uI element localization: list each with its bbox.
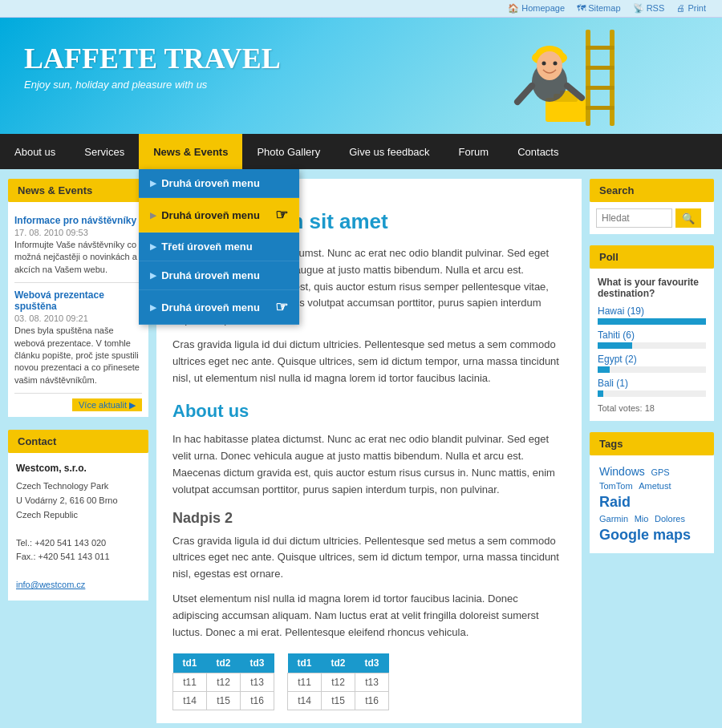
nav-photo-gallery[interactable]: Photo Gallery: [242, 134, 335, 169]
worker-svg: [473, 22, 650, 134]
contact-address2: U Vodárny 2, 616 00 Brno: [16, 495, 118, 505]
dropdown-item-4[interactable]: ▶ Druhá úroveň menu: [139, 261, 299, 290]
poll-item-4: Bali (1): [598, 378, 706, 397]
arrow-icon-5: ▶: [150, 303, 156, 312]
search-box-container: Search 🔍: [590, 179, 714, 234]
site-header: Laffete Travel Enjoy sun, holiday and pl…: [0, 18, 722, 134]
table1-r1c3: t13: [241, 673, 274, 692]
table2-th2: td2: [322, 653, 355, 673]
dropdown-item-3[interactable]: ▶ Třetí úroveň menu: [139, 233, 299, 261]
search-box: 🔍: [590, 202, 714, 234]
search-button[interactable]: 🔍: [675, 208, 701, 228]
nav-services[interactable]: Services: [70, 134, 139, 169]
rss-link[interactable]: 📡 RSS: [633, 3, 667, 13]
sidebar-right: Search 🔍 Poll What is your favourite des…: [590, 179, 714, 723]
homepage-link[interactable]: 🏠 Homepage: [508, 3, 567, 13]
table2-r1c1: t11: [288, 673, 322, 692]
poll-box-container: Poll What is your favourite destination?…: [590, 245, 714, 421]
contact-address1: Czech Technology Park: [16, 481, 108, 491]
tag-ametust[interactable]: Ametust: [639, 481, 671, 491]
tables-container: td1 td2 td3 t11 t12 t13 t14: [172, 653, 566, 710]
svg-rect-1: [610, 30, 615, 126]
table-row: t14 t15 t16: [173, 692, 274, 710]
table-row: t11 t12 t13: [288, 673, 389, 692]
svg-point-13: [542, 62, 546, 66]
search-title: Search: [590, 179, 714, 202]
contact-company: Westcom, s.r.o.: [16, 461, 140, 476]
poll-option-hawai[interactable]: Hawai (19): [598, 305, 644, 317]
tag-garmin[interactable]: Garmin: [599, 514, 628, 524]
table2-th1: td1: [288, 653, 322, 673]
top-bar: 🏠 Homepage 🗺 Sitemap 📡 RSS 🖨 Print: [0, 0, 722, 18]
sidebar-left: News & Events Informace pro návštěvníky …: [8, 179, 148, 723]
table-row: t11 t12 t13: [173, 673, 274, 692]
rss-icon: 📡: [633, 3, 644, 13]
poll-question: What is your favourite destination?: [598, 277, 706, 299]
nav-forum[interactable]: Forum: [444, 134, 504, 169]
svg-rect-5: [586, 106, 615, 110]
nav-feedback[interactable]: Give us feedback: [335, 134, 444, 169]
contact-address3: Czech Republic: [16, 510, 78, 520]
news-item-2-date: 03. 08. 2010 09:21: [14, 313, 142, 323]
svg-point-14: [554, 62, 558, 66]
poll-item-1: Hawai (19): [598, 305, 706, 325]
nav-about[interactable]: About us: [0, 134, 70, 169]
table1-th2: td2: [207, 653, 241, 673]
poll-total: Total votes: 18: [598, 403, 706, 413]
news-item-1-text: Informujte Vaše návštěvníky co možná nej…: [14, 239, 142, 276]
dropdown-item-2[interactable]: ▶ Druhá úroveň menu ☞: [139, 198, 299, 233]
tag-tomtom[interactable]: TomTom: [599, 481, 633, 491]
section1-text: In hac habitasse platea dictumst. Nunc a…: [172, 431, 566, 498]
poll-title: Poll: [590, 245, 714, 269]
tag-dolores[interactable]: Dolores: [655, 514, 685, 524]
table1-th3: td3: [241, 653, 274, 673]
arrow-icon-2: ▶: [150, 211, 156, 220]
svg-rect-4: [586, 86, 615, 90]
table2-th3: td3: [355, 653, 389, 673]
news-item-2-text: Dnes byla spuštěna naše webová prezentac…: [14, 325, 142, 386]
news-item-1-link[interactable]: Informace pro návštěvníky: [14, 215, 142, 226]
table2-r2c1: t14: [288, 692, 322, 710]
main-nav: About us Services News & Events ▶ Druhá …: [0, 134, 722, 169]
contact-email[interactable]: info@westcom.cz: [16, 580, 85, 589]
news-item-2-link[interactable]: Webová prezentace spuštěna: [14, 289, 142, 312]
main-container: News & Events Informace pro návštěvníky …: [0, 169, 722, 728]
tags-title: Tags: [590, 432, 714, 455]
news-item-1-date: 17. 08. 2010 09:53: [14, 228, 142, 237]
table1-r1c1: t11: [173, 673, 207, 692]
table-2: td1 td2 td3 t11 t12 t13 t14: [287, 653, 389, 710]
news-sidebar-title: News & Events: [8, 179, 148, 202]
news-item-2: Webová prezentace spuštěna 03. 08. 2010 …: [14, 283, 142, 394]
more-link[interactable]: Více aktualit ▶: [72, 398, 142, 411]
tags-box: Windows GPS TomTom Ametust Raid Garmin M…: [590, 455, 714, 553]
print-icon: 🖨: [676, 3, 685, 13]
table2-r1c2: t12: [322, 673, 355, 692]
search-input[interactable]: [596, 208, 672, 228]
contact-box: Westcom, s.r.o. Czech Technology Park U …: [8, 453, 148, 601]
table2-r1c3: t13: [355, 673, 389, 692]
poll-option-tahiti[interactable]: Tahiti (6): [598, 330, 635, 341]
svg-rect-0: [586, 30, 590, 126]
table-1: td1 td2 td3 t11 t12 t13 t14: [172, 653, 274, 710]
svg-rect-2: [586, 46, 615, 50]
nav-contacts[interactable]: Contacts: [503, 134, 573, 169]
nav-news-events[interactable]: News & Events ▶ Druhá úroveň menu ▶ Druh…: [139, 134, 242, 169]
tag-gps[interactable]: GPS: [651, 467, 669, 477]
sitemap-link[interactable]: 🗺 Sitemap: [577, 3, 623, 13]
poll-option-egypt[interactable]: Egypt (2): [598, 354, 637, 365]
poll-item-3: Egypt (2): [598, 354, 706, 373]
tag-google-maps[interactable]: Google maps: [599, 527, 691, 544]
header-image: [449, 18, 674, 134]
tag-mio[interactable]: Mio: [635, 514, 649, 524]
table1-r2c3: t16: [241, 692, 274, 710]
tag-windows[interactable]: Windows: [599, 465, 645, 478]
contact-sidebar-box: Contact Westcom, s.r.o. Czech Technology…: [8, 430, 148, 601]
sitemap-icon: 🗺: [577, 3, 586, 13]
tag-raid[interactable]: Raid: [599, 494, 631, 511]
dropdown-item-5[interactable]: ▶ Druhá úroveň menu ☞: [139, 290, 299, 325]
cursor-icon: ☞: [275, 206, 288, 224]
print-link[interactable]: 🖨 Print: [676, 3, 706, 13]
poll-option-bali[interactable]: Bali (1): [598, 378, 628, 389]
dropdown-item-1[interactable]: ▶ Druhá úroveň menu: [139, 169, 299, 198]
intro-text-2: Cras gravida ligula id dui dictum ultric…: [172, 337, 566, 386]
